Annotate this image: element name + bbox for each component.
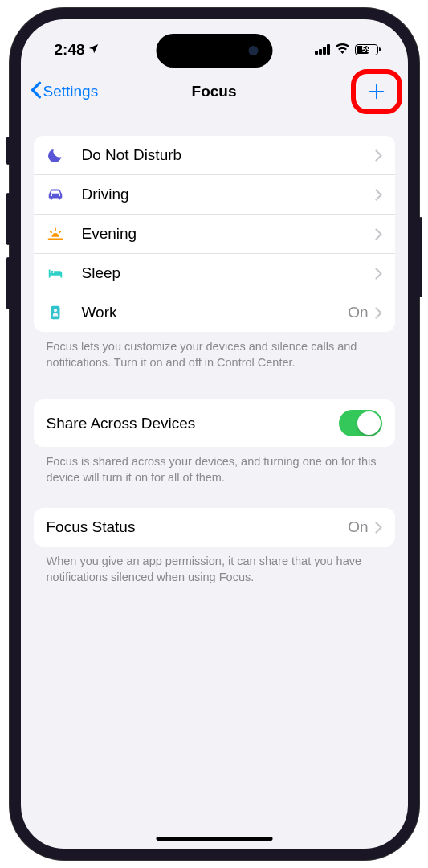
row-label: Do Not Disturb (82, 146, 375, 164)
focus-row-do-not-disturb[interactable]: Do Not Disturb (34, 136, 395, 175)
camera-dot (248, 46, 258, 55)
add-button[interactable] (358, 73, 395, 110)
location-icon (88, 41, 100, 59)
back-chevron-icon (31, 81, 42, 103)
screen: 2:48 (21, 19, 408, 849)
home-indicator[interactable] (156, 837, 272, 841)
status-right: 59 (315, 43, 381, 57)
silent-switch (6, 137, 10, 165)
moon-icon (47, 146, 71, 164)
focus-list-group: Do Not Disturb Driving (34, 136, 395, 332)
annotation-highlight (351, 69, 402, 114)
car-icon (47, 186, 71, 203)
chevron-right-icon (375, 268, 382, 280)
battery-icon: 59 (355, 44, 381, 55)
focus-status-footer-text: When you give an app permission, it can … (34, 547, 395, 585)
badge-icon (47, 304, 71, 321)
volume-up-button (6, 193, 10, 245)
status-time: 2:48 (55, 41, 100, 59)
nav-bar: Settings Focus (21, 63, 408, 121)
focus-row-driving[interactable]: Driving (34, 175, 395, 215)
chevron-right-icon (375, 522, 382, 534)
focus-status-value: On (348, 518, 368, 536)
svg-point-3 (53, 309, 56, 312)
share-footer-text: Focus is shared across your devices, and… (34, 447, 395, 485)
power-button (419, 217, 422, 297)
wifi-icon (335, 43, 350, 57)
row-label: Sleep (82, 264, 375, 282)
back-button[interactable]: Settings (31, 81, 99, 103)
svg-rect-2 (51, 306, 59, 320)
chevron-right-icon (375, 307, 382, 319)
battery-percent: 59 (361, 45, 370, 54)
phone-frame: 2:48 (10, 8, 419, 860)
row-detail: On (348, 304, 368, 321)
row-label: Evening (82, 225, 375, 243)
time-text: 2:48 (55, 41, 85, 59)
focus-row-evening[interactable]: Evening (34, 215, 395, 254)
bed-icon (47, 264, 71, 282)
focus-row-work[interactable]: Work On (34, 293, 395, 332)
back-label: Settings (43, 83, 99, 100)
share-label: Share Across Devices (47, 415, 339, 432)
content-area: Do Not Disturb Driving (21, 121, 408, 600)
share-across-devices-row: Share Across Devices (34, 399, 395, 447)
focus-list-footer-text: Focus lets you customize your devices an… (34, 332, 395, 371)
chevron-right-icon (375, 149, 382, 162)
share-toggle[interactable] (339, 410, 382, 436)
focus-row-sleep[interactable]: Sleep (34, 254, 395, 293)
cellular-icon (315, 44, 330, 55)
row-label: Driving (82, 186, 375, 203)
focus-status-label: Focus Status (47, 518, 349, 536)
sunset-icon (47, 225, 71, 243)
chevron-right-icon (375, 228, 382, 240)
focus-status-group: Focus Status On (34, 508, 395, 547)
row-label: Work (82, 304, 349, 321)
volume-down-button (6, 257, 10, 309)
dynamic-island (156, 34, 272, 68)
page-title: Focus (192, 83, 237, 100)
toggle-knob (357, 411, 381, 435)
share-group: Share Across Devices (34, 399, 395, 447)
focus-status-row[interactable]: Focus Status On (34, 508, 395, 547)
chevron-right-icon (375, 189, 382, 201)
